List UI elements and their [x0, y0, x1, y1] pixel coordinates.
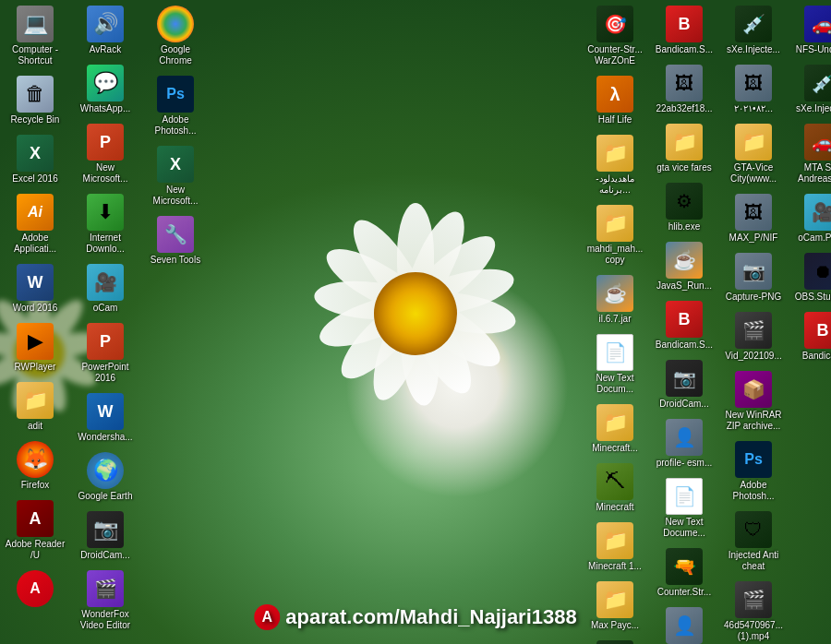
wonderfox-img: 🎬 — [87, 570, 124, 607]
word-img: W — [17, 264, 54, 301]
whatsapp-label: WhatsApp... — [80, 103, 130, 114]
injected-anti-icon[interactable]: 🛡 Injected Anti cheat — [720, 507, 787, 576]
wonderfox-icon[interactable]: 🎬 WonderFox Video Editor — [72, 566, 138, 635]
adobe-applications-label: Adobe Applicati... — [4, 233, 66, 255]
sxe2-label: sXe.Injecte... — [796, 103, 831, 114]
max-nif-icon[interactable]: 🖼 MAX_P/NIF — [720, 190, 787, 247]
minecraft-folder-label: Minecraft... — [592, 443, 637, 454]
profile-esm-img: 👤 — [666, 419, 703, 456]
google-chrome-icon[interactable]: Google Chrome — [142, 2, 209, 70]
bandicam3-label: Bandicam — [802, 351, 831, 362]
sevenzen-label: Seven Tools — [151, 255, 200, 266]
sxe2-icon[interactable]: 💉 sXe.Injecte... — [789, 61, 831, 118]
droidcam-folder-icon[interactable]: 📷 DroidCam... — [651, 356, 717, 413]
minecraft-folder-icon[interactable]: 📁 Minecraft... — [582, 400, 648, 458]
sxe-icon[interactable]: 💉 sXe.Injecte... — [720, 2, 787, 59]
bandicam-s2-icon[interactable]: B Bandicam.S... — [651, 297, 717, 354]
ocam-pro-label: oCam.Pro... — [798, 233, 831, 244]
max-payback-icon[interactable]: 📁 Max Payc... — [582, 578, 648, 635]
computer-shortcut-label: Computer - Shortcut — [4, 44, 66, 66]
mahdi-dl-icon[interactable]: 📁 ماهدیدلود-برنامه... — [582, 131, 648, 199]
il6jar-icon[interactable]: ☕ il.6.7.jar — [582, 271, 648, 328]
powerpoint-icon[interactable]: P PowerPoint 2016 — [72, 319, 138, 388]
whatsapp-img: 💬 — [87, 65, 124, 101]
wondershare-icon[interactable]: W Wondersha... — [72, 389, 138, 447]
new-winrar-icon[interactable]: 📦 New WinRAR ZIP archive... — [720, 367, 787, 435]
minecraft-game-label: Minecraft — [596, 502, 633, 513]
counter-strike-warzOne-icon[interactable]: 🎯 Counter-Str... WarZOnE — [582, 2, 648, 70]
adobe-reader-icon[interactable]: A Adobe Reader /U — [2, 496, 68, 565]
gta-vice-city-icon[interactable]: 📁 GTA-Vice City(www... — [720, 120, 787, 188]
ocam-img: 🎥 — [87, 264, 124, 301]
half-life-icon[interactable]: λ Half Life — [582, 72, 648, 129]
gta-vice-icon[interactable]: 📁 gta vice fares — [651, 120, 717, 177]
profile-esm3-img: 👤 — [666, 607, 703, 644]
icon-column-3: Google Chrome Ps Adobe Photosh... X New … — [142, 2, 209, 269]
icon-column-1: 💻 Computer - Shortcut 🗑 Recycle Bin X Ex… — [2, 2, 68, 613]
ocam-icon[interactable]: 🎥 oCam — [72, 260, 138, 317]
internet-download-icon[interactable]: ⬇ Internet Downlo... — [72, 190, 138, 258]
img-22ab-icon[interactable]: 🖼 22ab32ef18... — [651, 61, 717, 118]
java-run-icon[interactable]: ☕ JavaS_Run... — [651, 238, 717, 295]
sevenzen-icon[interactable]: 🔧 Seven Tools — [142, 212, 209, 269]
internet-download-img: ⬇ — [87, 194, 124, 231]
recycle-bin-icon[interactable]: 🗑 Recycle Bin — [2, 72, 68, 129]
adit-icon[interactable]: 📁 adit — [2, 378, 68, 435]
bandicam-s-icon[interactable]: B Bandicam.S... — [651, 2, 717, 59]
il6jar-label: il.6.7.jar — [598, 314, 631, 325]
aparat-small-icon[interactable]: A — [2, 566, 68, 613]
profile-esm-icon[interactable]: 👤 profile- esm... — [651, 415, 717, 472]
cs-16-icon[interactable]: 🔫 Counter Strike 1.6 — [582, 637, 648, 644]
bandicam3-icon[interactable]: B Bandicam — [789, 308, 831, 365]
avrack-icon[interactable]: 🔊 AvRack — [72, 2, 138, 59]
google-earth-icon[interactable]: 🌍 Google Earth — [72, 448, 138, 506]
date-folder-icon[interactable]: 🖼 ۲۰۲۱•۸۲... — [720, 61, 787, 118]
ocam-pro-icon[interactable]: 🎥 oCam.Pro... — [789, 190, 831, 247]
minecraft-game-icon[interactable]: ⛏ Minecraft — [582, 459, 648, 517]
java-run-img: ☕ — [666, 242, 703, 279]
firefox-icon[interactable]: 🦊 Firefox — [2, 437, 68, 495]
computer-shortcut-icon[interactable]: 💻 Computer - Shortcut — [2, 2, 68, 70]
nfs-under-icon[interactable]: 🚗 NFS-Under... — [789, 2, 831, 59]
new-microsoft-icon[interactable]: P New Microsoft... — [72, 120, 138, 188]
droidcam-icon[interactable]: 📷 DroidCam... — [72, 507, 138, 565]
adit-label: adit — [28, 421, 42, 432]
adobe-photoshop-icon[interactable]: Ps Adobe Photosh... — [142, 72, 209, 140]
vid-img: 🎬 — [735, 312, 772, 349]
rwplayer-icon[interactable]: ▶ RWPlayer — [2, 319, 68, 376]
vid-icon[interactable]: 🎬 Vid_202109... — [720, 308, 787, 365]
injected-anti-img: 🛡 — [735, 511, 772, 548]
droidcam-label: DroidCam... — [80, 550, 129, 561]
profile-esm3-icon[interactable]: 👤 profile-esm... — [651, 603, 717, 644]
mp4-46d-icon[interactable]: 🎬 46d5470967... (1).mp4 — [720, 578, 787, 644]
nfs-under-img: 🚗 — [804, 6, 831, 42]
counter-str2-img: 🔫 — [666, 548, 703, 585]
capture-png-label: Capture-PNG — [726, 292, 782, 303]
excel-img: X — [17, 135, 54, 172]
adobe-applications-icon[interactable]: Ai Adobe Applicati... — [2, 190, 68, 258]
desktop-icons: 💻 Computer - Shortcut 🗑 Recycle Bin X Ex… — [0, 0, 831, 644]
whatsapp-icon[interactable]: 💬 WhatsApp... — [72, 61, 138, 118]
new-excel-icon[interactable]: X New Microsoft... — [142, 142, 209, 210]
capture-png-icon[interactable]: 📷 Capture-PNG — [720, 249, 787, 306]
word-2016-icon[interactable]: W Word 2016 — [2, 260, 68, 317]
new-text-cs-icon[interactable]: 📄 New Text Docume... — [651, 474, 717, 543]
mta-icon[interactable]: 🚗 MTA San Andreas 1.5 — [789, 120, 831, 188]
minecraft1-icon[interactable]: 📁 Minecraft 1... — [582, 519, 648, 576]
adobe-ps2-icon[interactable]: Ps Adobe Photosh... — [720, 437, 787, 506]
new-text-doc-icon[interactable]: 📄 New Text Docum... — [582, 330, 648, 399]
counter-str2-icon[interactable]: 🔫 Counter.Str... — [651, 544, 717, 602]
computer-icon-img: 💻 — [17, 6, 54, 42]
mta-label: MTA San Andreas 1.5 — [791, 162, 831, 185]
hlib-img: ⚙ — [666, 183, 703, 220]
icon-right-column-3: 💉 sXe.Injecte... 🖼 ۲۰۲۱•۸۲... 📁 GTA-Vice… — [720, 2, 787, 644]
obs-studio-icon[interactable]: ⏺ OBS.Studio... — [789, 249, 831, 306]
mp4-46d-img: 🎬 — [735, 581, 772, 618]
hlib-icon[interactable]: ⚙ hlib.exe — [651, 179, 717, 236]
mahdi-copy-icon[interactable]: 📁 mahdi_mah... copy — [582, 201, 648, 269]
ocam-label: oCam — [93, 303, 118, 314]
sxe-label: sXe.Injecte... — [727, 44, 780, 55]
excel-2016-icon[interactable]: X Excel 2016 — [2, 131, 68, 188]
mahdi-dl-label: ماهدیدلود-برنامه... — [584, 173, 646, 196]
firefox-label: Firefox — [21, 480, 50, 491]
